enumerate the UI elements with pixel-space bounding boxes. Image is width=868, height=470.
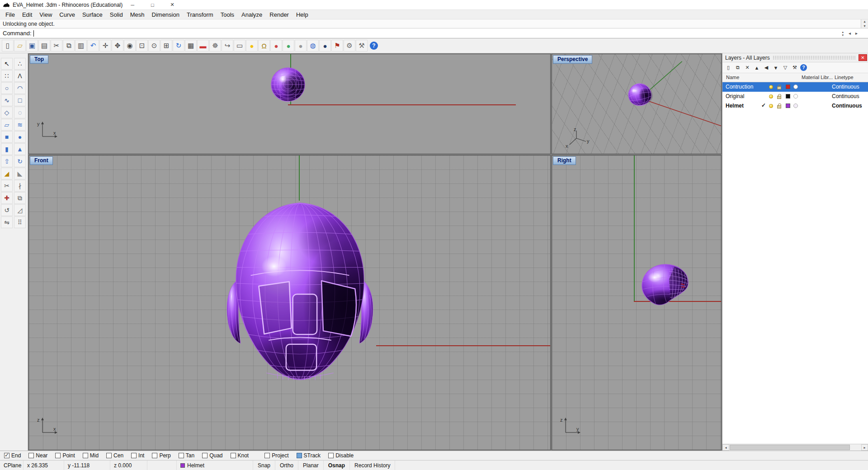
viewport-top-tab[interactable]: Top [30,55,48,64]
menu-file[interactable]: File [2,10,19,19]
layer-material-swatch[interactable] [793,85,798,89]
next-command-icon[interactable]: ▸ [853,31,860,36]
menu-tools[interactable]: Tools [217,10,238,19]
command-spinner[interactable]: ▴ ▾ [842,30,844,37]
checkbox-icon[interactable] [328,453,334,458]
menu-surface[interactable]: Surface [79,10,106,19]
osnap-knot[interactable]: Knot [231,452,249,459]
scale-tool-icon[interactable]: ◿ [14,204,26,216]
scroll-left-icon[interactable]: ◂ [722,444,729,451]
trim-tool-icon[interactable]: ✂ [1,180,13,192]
layer-on-lightbulb-icon[interactable] [769,85,773,89]
flag-icon[interactable]: ⚑ [331,40,343,52]
move-icon[interactable]: ✥ [112,40,123,52]
close-panel-icon[interactable]: ✕ [859,54,867,61]
checkbox-icon[interactable] [264,453,270,458]
car-icon[interactable]: ▬ [197,40,209,52]
osnap-near[interactable]: Near [28,452,47,459]
menu-dimension[interactable]: Dimension [148,10,183,19]
zoom-window-icon[interactable]: ⊡ [136,40,148,52]
loft-tool-icon[interactable]: ≋ [14,119,26,131]
menu-view[interactable]: View [36,10,56,19]
move-up-icon[interactable]: ▲ [753,64,761,72]
viewport-top[interactable]: Top [28,54,551,154]
status-snap[interactable]: Snap [253,461,275,470]
fillet-tool-icon[interactable]: ◢ [1,168,13,179]
undo-icon[interactable]: ↶ [87,40,99,52]
panel-help-icon[interactable]: ? [800,64,807,71]
copy-icon[interactable]: ⧉ [63,40,75,52]
menu-render[interactable]: Render [266,10,292,19]
new-document-icon[interactable]: ▯ [2,40,14,52]
spin-down-icon[interactable]: ▾ [842,33,844,37]
ellipse-tool-icon[interactable]: ◌ [14,107,26,118]
menu-edit[interactable]: Edit [19,10,36,19]
layer-color-swatch[interactable] [786,94,790,99]
paste-icon[interactable]: ▥ [75,40,87,52]
shaded-sphere-icon[interactable]: ● [270,40,282,52]
checkbox-icon[interactable] [231,453,236,458]
menu-solid[interactable]: Solid [106,10,127,19]
command-line[interactable]: Command: ▴ ▾ ◂ ▸ [0,28,868,38]
array-tool-icon[interactable]: ⠿ [14,216,26,228]
grid-table-icon[interactable]: ▦ [185,40,197,52]
layer-lock-icon[interactable] [777,105,781,108]
scroll-down-icon[interactable]: ▾ [863,24,865,28]
checkbox-icon[interactable] [179,453,184,458]
layer-linetype[interactable]: Continuous [832,84,859,90]
prev-command-icon[interactable]: ◂ [846,31,853,36]
mirror-tool-icon[interactable]: ⇋ [1,216,13,228]
checkbox-icon[interactable] [202,453,208,458]
curve-tool-icon[interactable]: ∿ [1,94,13,106]
osnap-strack[interactable]: STrack [297,452,321,459]
checkbox-icon[interactable] [106,453,112,458]
car-gear-icon[interactable]: ☸ [209,40,221,52]
cplane-button[interactable]: CPlane [0,461,24,470]
lightbulb-icon[interactable]: ● [246,40,258,52]
scrollbar-thumb[interactable] [730,445,850,450]
scroll-right-icon[interactable]: ▸ [861,444,868,451]
move-left-icon[interactable]: ◀ [762,64,770,72]
open-folder-icon[interactable]: ▱ [14,40,26,52]
padlock-icon[interactable]: Ω [258,40,270,52]
cone-tool-icon[interactable]: ▲ [14,143,26,155]
layer-on-lightbulb-icon[interactable] [769,94,773,99]
osnap-mid[interactable]: Mid [83,452,99,459]
status-planar[interactable]: Planar [298,461,324,470]
new-layer-icon[interactable]: ▯ [724,64,732,72]
minimize-button[interactable]: ─ [123,0,142,10]
rotate-view-icon[interactable]: ↻ [173,40,184,52]
osnap-int[interactable]: Int [131,452,144,459]
layer-tools-icon[interactable]: ⚒ [791,64,799,72]
menu-transform[interactable]: Transform [183,10,217,19]
layer-row-helmet[interactable]: Helmet✓Continuous [722,101,868,111]
current-layer-pane[interactable]: Helmet [176,461,253,470]
layer-lock-icon[interactable] [777,96,781,99]
checkbox-icon[interactable] [152,453,157,458]
osnap-perp[interactable]: Perp [152,452,170,459]
layer-linetype[interactable]: Continuous [832,93,859,99]
filter-funnel-icon[interactable]: ▽ [781,64,789,72]
revolve-tool-icon[interactable]: ↻ [14,155,26,167]
osnap-disable[interactable]: Disable [328,452,354,459]
osnap-tan[interactable]: Tan [179,452,194,459]
menu-curve[interactable]: Curve [56,10,79,19]
arc-tool-icon[interactable]: ◠ [14,82,26,94]
rotate-tool-icon[interactable]: ↺ [1,204,13,216]
osnap-point[interactable]: Point [55,452,75,459]
control-points-icon[interactable]: ∷ [1,70,13,82]
osnap-project[interactable]: Project [264,452,288,459]
xray-sphere-icon[interactable]: ● [295,40,307,52]
history-scrollbar[interactable]: ▴ ▾ [861,19,868,28]
menu-help[interactable]: Help [292,10,312,19]
zoom-extents-icon[interactable]: ⊞ [160,40,172,52]
save-icon[interactable]: ▣ [26,40,38,52]
move-down-icon[interactable]: ▼ [772,64,780,72]
helmet-model-front[interactable] [224,200,376,380]
layer-linetype[interactable]: Continuous [832,103,862,109]
checkbox-icon[interactable] [297,453,302,458]
point-tool-icon[interactable]: ∴ [14,58,26,70]
help-icon[interactable]: ? [370,42,378,50]
viewport-right-tab[interactable]: Right [553,156,576,165]
checkbox-icon[interactable] [131,453,137,458]
